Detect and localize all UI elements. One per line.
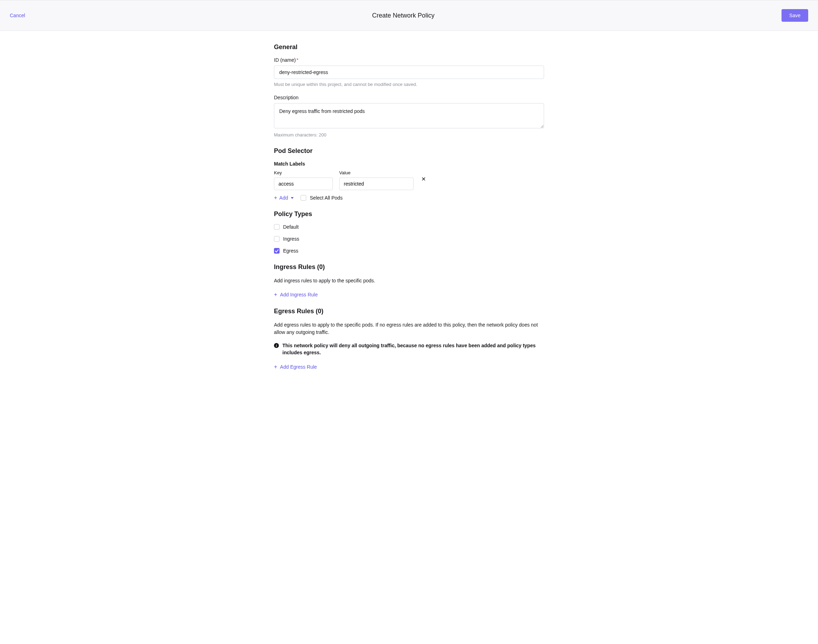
policy-type-default-label: Default — [283, 224, 299, 230]
match-label-value-col: Value — [339, 170, 414, 190]
cancel-button[interactable]: Cancel — [10, 12, 25, 18]
value-column-label: Value — [339, 170, 414, 175]
plus-icon: + — [274, 364, 277, 370]
required-indicator: * — [296, 57, 298, 63]
description-help-text: Maximum characters: 200 — [274, 132, 544, 138]
match-label-row: Key Value ✕ — [274, 170, 544, 190]
section-heading-ingress-rules: Ingress Rules (0) — [274, 264, 544, 271]
add-egress-rule-button[interactable]: + Add Egress Rule — [274, 364, 317, 370]
form-content: General ID (name)* Must be unique within… — [274, 31, 544, 391]
match-labels-heading: Match Labels — [274, 161, 544, 167]
match-label-key-input[interactable] — [274, 178, 333, 190]
select-all-pods-checkbox[interactable] — [300, 195, 306, 201]
description-input[interactable] — [274, 103, 544, 128]
egress-info-text: This network policy will deny all outgoi… — [282, 342, 544, 356]
caret-down-icon — [291, 197, 294, 199]
plus-icon: + — [274, 291, 277, 298]
section-heading-general: General — [274, 43, 544, 51]
top-bar: Cancel Create Network Policy Save — [0, 0, 818, 31]
policy-type-default-checkbox[interactable] — [274, 224, 280, 230]
field-id: ID (name)* Must be unique within this pr… — [274, 57, 544, 87]
policy-type-ingress-row: Ingress — [274, 236, 544, 242]
policy-type-default-row: Default — [274, 224, 544, 230]
policy-type-egress-label: Egress — [283, 248, 299, 254]
add-label-row: + Add Select All Pods — [274, 195, 544, 201]
ingress-description: Add ingress rules to apply to the specif… — [274, 277, 544, 284]
key-column-label: Key — [274, 170, 333, 175]
policy-type-ingress-label: Ingress — [283, 236, 299, 242]
select-all-pods-row: Select All Pods — [300, 195, 342, 201]
match-label-key-col: Key — [274, 170, 333, 190]
section-heading-policy-types: Policy Types — [274, 210, 544, 218]
select-all-pods-label: Select All Pods — [310, 195, 342, 201]
policy-type-egress-row: Egress — [274, 248, 544, 254]
section-heading-pod-selector: Pod Selector — [274, 147, 544, 155]
field-description: Description Maximum characters: 200 — [274, 95, 544, 138]
add-label-text: Add — [279, 195, 288, 201]
plus-icon: + — [274, 195, 277, 201]
save-button[interactable]: Save — [781, 9, 808, 22]
page-title: Create Network Policy — [372, 12, 435, 19]
remove-row-icon[interactable]: ✕ — [420, 176, 427, 182]
info-icon: i — [274, 343, 279, 348]
add-egress-rule-text: Add Egress Rule — [280, 364, 317, 370]
id-label-text: ID (name) — [274, 57, 296, 63]
egress-description: Add egress rules to apply to the specifi… — [274, 321, 544, 336]
id-input[interactable] — [274, 66, 544, 79]
add-label-button[interactable]: + Add — [274, 195, 294, 201]
add-ingress-rule-button[interactable]: + Add Ingress Rule — [274, 291, 318, 298]
add-ingress-rule-text: Add Ingress Rule — [280, 292, 317, 297]
policy-type-ingress-checkbox[interactable] — [274, 236, 280, 242]
id-help-text: Must be unique within this project, and … — [274, 82, 544, 87]
policy-type-egress-checkbox[interactable] — [274, 248, 280, 254]
description-label: Description — [274, 95, 544, 100]
egress-info-row: i This network policy will deny all outg… — [274, 342, 544, 356]
section-heading-egress-rules: Egress Rules (0) — [274, 308, 544, 315]
match-label-value-input[interactable] — [339, 178, 414, 190]
id-label: ID (name)* — [274, 57, 544, 63]
